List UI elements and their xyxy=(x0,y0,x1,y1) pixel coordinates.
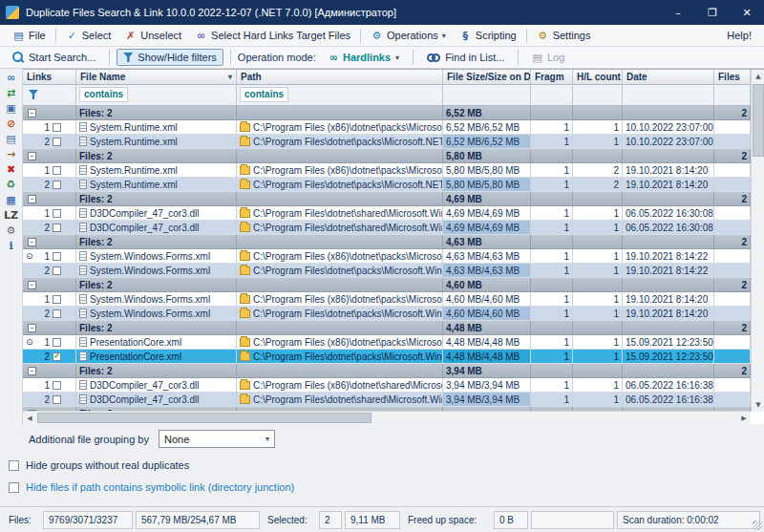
horizontal-scroll-thumb[interactable] xyxy=(37,413,371,423)
unlink-icon[interactable]: ⊘ xyxy=(3,117,20,130)
file-row[interactable]: 2System.Windows.Forms.xmlC:\Program File… xyxy=(23,264,751,278)
group-header-row[interactable]: -Files: 24,69 MB2 xyxy=(23,192,751,206)
start-search-button[interactable]: Start Search... xyxy=(6,49,102,66)
file-checkbox[interactable] xyxy=(53,166,61,175)
menu-item-unselect[interactable]: ✗Unselect xyxy=(117,28,188,44)
column-header-links[interactable]: Links xyxy=(23,70,76,84)
file-checkbox[interactable] xyxy=(53,223,61,232)
hide-symlink-checkbox[interactable] xyxy=(9,482,19,493)
filter-cell[interactable] xyxy=(443,85,531,105)
file-row[interactable]: ⊙1System.Windows.Forms.xmlC:\Program Fil… xyxy=(23,249,751,264)
minimize-button[interactable]: – xyxy=(661,0,695,25)
filter-dropdown-icon[interactable]: ▾ xyxy=(228,73,232,81)
menu-item-select[interactable]: ✓Select xyxy=(59,28,118,44)
file-checkbox[interactable] xyxy=(53,138,61,146)
recycle-icon[interactable]: ♻ xyxy=(3,179,20,191)
file-checkbox[interactable]: ✓ xyxy=(53,352,61,361)
scroll-right-icon[interactable]: ▶ xyxy=(737,412,751,425)
column-header-fragm[interactable]: Fragm xyxy=(531,70,573,84)
menu-item-settings[interactable]: ⚙Settings xyxy=(530,28,598,44)
file-checkbox[interactable] xyxy=(53,338,61,347)
path-filter-cell[interactable]: contains xyxy=(237,85,443,105)
file-row[interactable]: 2D3DCompiler_47_cor3.dllC:\Program Files… xyxy=(23,393,751,407)
resize-grip[interactable] xyxy=(753,521,762,530)
group-header-row[interactable]: -Files: 24,63 MB2 xyxy=(23,235,751,249)
column-header-file-size-size-on-disk[interactable]: File Size/Size on Disk xyxy=(443,70,531,84)
file-row[interactable]: 2System.Runtime.xmlC:\Program Files\dotn… xyxy=(23,135,751,149)
compress-lz-icon[interactable]: LZ xyxy=(3,209,20,222)
group-header-row[interactable]: -Files: 23,94 MB2 xyxy=(23,364,751,378)
column-header-h-l-count[interactable]: H/L count xyxy=(573,70,623,84)
file-row[interactable]: ⊙1PresentationCore.xmlC:\Program Files (… xyxy=(23,335,751,350)
file-row[interactable]: 2System.Windows.Forms.xmlC:\Program File… xyxy=(23,307,751,321)
collapse-group-button[interactable]: - xyxy=(28,324,36,332)
file-checkbox[interactable] xyxy=(53,209,61,218)
collapse-group-button[interactable]: - xyxy=(28,109,36,117)
file-checkbox[interactable] xyxy=(53,395,61,404)
find-in-list-button[interactable]: Find in List... xyxy=(420,49,511,66)
file-name-filter-cell[interactable]: contains xyxy=(76,85,237,105)
grouping-select[interactable]: None ▾ xyxy=(159,430,275,448)
filter-cell[interactable] xyxy=(531,85,573,105)
hide-groups-checkbox[interactable] xyxy=(9,460,19,471)
file-checkbox[interactable] xyxy=(53,295,61,304)
collapse-group-button[interactable]: - xyxy=(28,195,36,203)
filter-cell[interactable] xyxy=(573,85,623,105)
file-checkbox[interactable] xyxy=(53,123,61,132)
collapse-group-button[interactable]: - xyxy=(28,238,36,246)
copy-file-icon[interactable]: ▤ xyxy=(3,133,20,145)
group-header-row[interactable]: -Files: 26,52 MB2 xyxy=(23,106,751,120)
filter-cell[interactable] xyxy=(714,85,751,105)
settings-icon[interactable]: ⚙ xyxy=(3,224,20,237)
file-checkbox[interactable] xyxy=(53,309,61,318)
close-button[interactable]: ✕ xyxy=(730,0,764,25)
delete-file-icon[interactable]: ✖ xyxy=(3,163,20,176)
collapse-group-button[interactable]: - xyxy=(28,281,36,289)
file-checkbox[interactable] xyxy=(53,266,61,275)
file-row[interactable]: 1System.Runtime.xmlC:\Program Files (x86… xyxy=(23,163,751,178)
menu-item-operations[interactable]: ⚙Operations▾ xyxy=(364,28,453,44)
log-button[interactable]: ▤ Log xyxy=(525,49,571,67)
filter-cell[interactable] xyxy=(623,85,714,105)
file-checkbox[interactable] xyxy=(53,181,61,189)
vertical-scroll-thumb[interactable] xyxy=(753,84,764,157)
file-row[interactable]: 1System.Runtime.xmlC:\Program Files (x86… xyxy=(23,120,751,135)
create-symlink-icon[interactable]: ⇄ xyxy=(3,87,20,99)
file-row[interactable]: 1System.Windows.Forms.xmlC:\Program File… xyxy=(23,292,751,307)
move-file-icon[interactable]: → xyxy=(3,148,20,160)
file-checkbox[interactable] xyxy=(53,252,61,261)
file-checkbox[interactable] xyxy=(53,381,61,390)
menu-item-file[interactable]: ▤File xyxy=(6,28,53,44)
column-header-files[interactable]: Files xyxy=(714,70,751,84)
file-row[interactable]: 2System.Runtime.xmlC:\Program Files\dotn… xyxy=(23,178,751,192)
menu-item-scripting[interactable]: §Scripting xyxy=(453,28,523,44)
file-row[interactable]: 2D3DCompiler_47_cor3.dllC:\Program Files… xyxy=(23,221,751,235)
show-hide-filters-button[interactable]: Show/Hide filters xyxy=(117,49,223,66)
horizontal-scrollbar[interactable]: ◀ ▶ xyxy=(23,411,751,424)
menu-item-help[interactable]: Help! xyxy=(720,28,758,43)
file-row[interactable]: 1D3DCompiler_47_cor3.dllC:\Program Files… xyxy=(23,378,751,393)
operation-mode-dropdown[interactable]: ∞ Hardlinks ▾ xyxy=(323,49,406,67)
save-report-icon[interactable]: ▦ xyxy=(3,194,20,206)
group-header-row[interactable]: -Files: 24,60 MB2 xyxy=(23,278,751,292)
maximize-button[interactable]: ❐ xyxy=(695,0,730,25)
file-row[interactable]: 2✓PresentationCore.xmlC:\Program Files\d… xyxy=(23,350,751,364)
group-header-row[interactable]: -Files: 24,48 MB2 xyxy=(23,321,751,335)
create-hardlink-icon[interactable]: ∞ xyxy=(3,72,20,84)
scroll-left-icon[interactable]: ◀ xyxy=(23,412,36,425)
column-header-date[interactable]: Date xyxy=(623,70,714,84)
scroll-up-icon[interactable]: ▲ xyxy=(752,70,764,83)
menu-item-select-hard-links-target-files[interactable]: ∞Select Hard Links Target Files xyxy=(188,28,357,44)
link-folder-icon[interactable]: ▣ xyxy=(3,102,20,115)
column-header-path[interactable]: Path xyxy=(237,70,443,84)
collapse-group-button[interactable]: - xyxy=(28,367,36,375)
file-name-filter-operator[interactable]: contains xyxy=(79,87,128,102)
vertical-scrollbar[interactable]: ▲ ▼ xyxy=(751,70,764,412)
info-icon[interactable]: ℹ xyxy=(3,240,20,252)
path-filter-operator[interactable]: contains xyxy=(240,87,288,102)
collapse-group-button[interactable]: - xyxy=(28,152,36,160)
scroll-down-icon[interactable]: ▼ xyxy=(752,398,764,412)
group-header-row[interactable]: -Files: 25,80 MB2 xyxy=(23,149,751,163)
file-row[interactable]: 1D3DCompiler_47_cor3.dllC:\Program Files… xyxy=(23,206,751,221)
links-filter-cell[interactable] xyxy=(23,85,76,105)
